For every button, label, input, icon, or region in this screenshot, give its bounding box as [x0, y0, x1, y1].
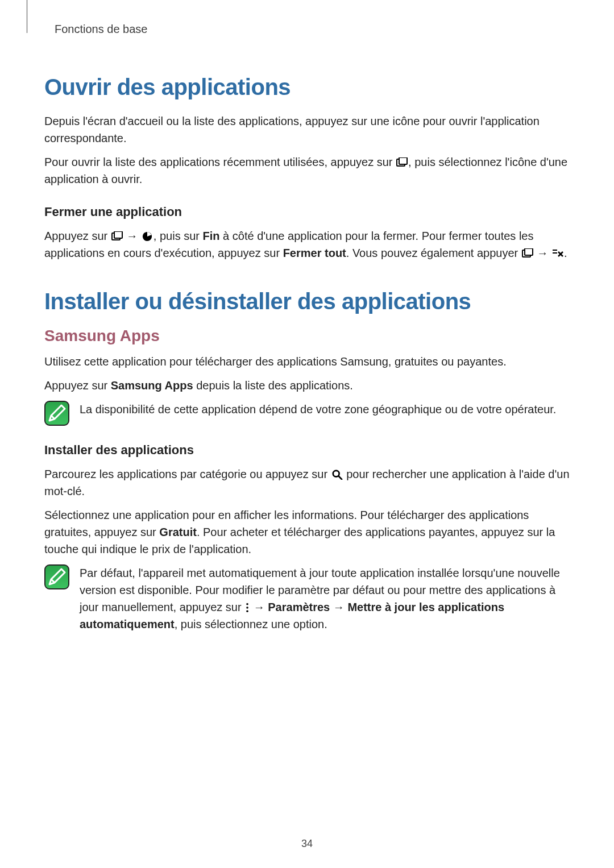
text-fragment: Parcourez les applications par catégorie… — [44, 468, 331, 480]
bold-fermer-tout: Fermer tout — [283, 247, 346, 259]
text-fragment: Appuyez sur — [44, 230, 111, 242]
body-text: Sélectionnez une application pour en aff… — [44, 506, 570, 558]
note-icon — [44, 564, 69, 589]
recent-apps-icon — [111, 231, 123, 242]
note-text: La disponibilité de cette application dé… — [80, 401, 570, 418]
recent-apps-icon — [521, 248, 534, 259]
heading-installer-applications: Installer des applications — [44, 443, 570, 458]
text-fragment: , puis sélectionnez une option. — [175, 618, 327, 630]
note-callout: Par défaut, l'appareil met automatiqueme… — [44, 564, 570, 638]
bold-parametres: Paramètres — [268, 601, 330, 613]
note-text: Par défaut, l'appareil met automatiqueme… — [80, 564, 570, 633]
body-text: Pour ouvrir la liste des applications ré… — [44, 153, 570, 188]
note-icon — [44, 401, 69, 426]
page-number: 34 — [0, 838, 614, 850]
pie-chart-icon — [141, 231, 154, 242]
heading-fermer-application: Fermer une application — [44, 205, 570, 219]
body-text: Parcourez les applications par catégorie… — [44, 466, 570, 500]
menu-dots-icon — [244, 603, 250, 613]
body-text: Appuyez sur Samsung Apps depuis la liste… — [44, 377, 570, 394]
text-fragment: → — [534, 247, 551, 259]
search-icon — [331, 470, 343, 480]
text-fragment: Pour ouvrir la liste des applications ré… — [44, 156, 396, 168]
text-fragment: . — [564, 247, 567, 259]
text-fragment: depuis la liste des applications. — [193, 379, 353, 392]
body-text: Depuis l'écran d'accueil ou la liste des… — [44, 113, 570, 147]
close-all-icon — [551, 248, 564, 259]
text-fragment: → — [330, 601, 347, 613]
text-fragment: → — [123, 230, 141, 242]
bold-fin: Fin — [203, 230, 220, 242]
heading-ouvrir-applications: Ouvrir des applications — [44, 74, 570, 100]
note-callout: La disponibilité de cette application dé… — [44, 401, 570, 426]
page-edge-rule — [27, 0, 27, 33]
text-fragment: Appuyez sur — [44, 379, 111, 392]
heading-samsung-apps: Samsung Apps — [44, 327, 570, 345]
body-text: Appuyez sur → , puis sur Fin à côté d'un… — [44, 227, 570, 261]
recent-apps-icon — [396, 157, 408, 168]
body-text: Utilisez cette application pour téléchar… — [44, 353, 570, 370]
text-fragment: . Vous pouvez également appuyer — [346, 247, 521, 259]
document-page: Fonctions de base Ouvrir des application… — [0, 0, 614, 638]
heading-installer-desinstaller: Installer ou désinstaller des applicatio… — [44, 289, 570, 314]
text-fragment: , puis sur — [154, 230, 203, 242]
bold-gratuit: Gratuit — [159, 526, 197, 538]
breadcrumb: Fonctions de base — [55, 23, 570, 36]
bold-samsung-apps: Samsung Apps — [111, 379, 193, 392]
text-fragment: → — [250, 601, 268, 613]
